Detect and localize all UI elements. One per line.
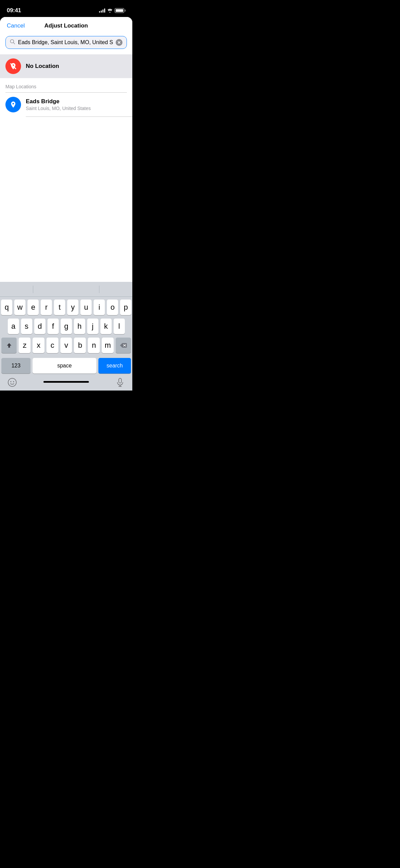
- keyboard-row-2: a s d f g h j k l: [1, 319, 131, 334]
- toolbar-divider-right: [99, 286, 99, 293]
- key-h[interactable]: h: [74, 319, 85, 334]
- status-icons: 100: [99, 8, 126, 13]
- emoji-mic-row: [0, 375, 132, 391]
- key-n[interactable]: n: [88, 338, 100, 353]
- svg-point-11: [11, 381, 12, 382]
- no-location-icon: [5, 58, 21, 74]
- status-bar: 09:41 100: [0, 0, 132, 17]
- toolbar-divider-left: [33, 286, 33, 293]
- svg-point-10: [8, 378, 16, 386]
- key-d[interactable]: d: [34, 319, 45, 334]
- key-t[interactable]: t: [54, 300, 65, 315]
- key-e[interactable]: e: [27, 300, 39, 315]
- key-q[interactable]: q: [1, 300, 12, 315]
- svg-rect-13: [119, 378, 121, 383]
- svg-line-1: [14, 43, 15, 44]
- search-icon: [10, 39, 15, 46]
- section-title: Map Locations: [5, 84, 36, 89]
- location-subtitle: Saint Louis, MO, United States: [26, 106, 127, 111]
- signal-icon: [99, 8, 105, 13]
- number-key[interactable]: 123: [1, 358, 31, 374]
- clear-search-button[interactable]: [116, 39, 122, 46]
- location-info: Eads Bridge Saint Louis, MO, United Stat…: [26, 98, 127, 111]
- key-m[interactable]: m: [102, 338, 114, 353]
- shift-key[interactable]: [1, 338, 17, 353]
- key-a[interactable]: a: [8, 319, 19, 334]
- no-location-label: No Location: [26, 63, 59, 70]
- keyboard-rows: q w e r t y u i o p a s d f g h j k l: [0, 297, 132, 358]
- svg-point-7: [13, 103, 14, 105]
- keyboard-row-3: z x c v b n m: [1, 338, 131, 353]
- microphone-button[interactable]: [115, 377, 126, 388]
- wifi-icon: [107, 8, 113, 13]
- key-v[interactable]: v: [60, 338, 72, 353]
- key-w[interactable]: w: [14, 300, 25, 315]
- status-time: 09:41: [7, 7, 21, 14]
- map-locations-section-header: Map Locations: [0, 78, 132, 92]
- search-bar[interactable]: [5, 36, 127, 49]
- key-l[interactable]: l: [114, 319, 125, 334]
- key-x[interactable]: x: [33, 338, 44, 353]
- key-r[interactable]: r: [41, 300, 52, 315]
- key-y[interactable]: y: [67, 300, 78, 315]
- no-location-row[interactable]: No Location: [0, 54, 132, 78]
- key-c[interactable]: c: [46, 338, 58, 353]
- location-name: Eads Bridge: [26, 98, 127, 105]
- svg-point-12: [13, 381, 14, 382]
- keyboard-row-1: q w e r t y u i o p: [1, 300, 131, 315]
- keyboard-toolbar: [0, 282, 132, 297]
- keyboard-area: q w e r t y u i o p a s d f g h j k l: [0, 282, 132, 391]
- home-indicator: [43, 381, 89, 383]
- key-o[interactable]: o: [107, 300, 118, 315]
- emoji-button[interactable]: [7, 377, 18, 388]
- space-key[interactable]: space: [33, 358, 96, 374]
- key-u[interactable]: u: [80, 300, 92, 315]
- key-j[interactable]: j: [87, 319, 98, 334]
- search-container: [0, 33, 132, 54]
- key-s[interactable]: s: [21, 319, 32, 334]
- page-title: Adjust Location: [44, 22, 88, 29]
- key-b[interactable]: b: [74, 338, 86, 353]
- key-f[interactable]: f: [47, 319, 59, 334]
- location-result-row[interactable]: Eads Bridge Saint Louis, MO, United Stat…: [0, 93, 132, 116]
- search-key[interactable]: search: [98, 358, 131, 374]
- empty-area: [0, 117, 132, 185]
- location-search-input[interactable]: [18, 39, 113, 46]
- key-z[interactable]: z: [19, 338, 31, 353]
- main-content: Cancel Adjust Location: [0, 17, 132, 282]
- key-p[interactable]: p: [120, 300, 131, 315]
- cancel-button[interactable]: Cancel: [7, 22, 25, 29]
- keyboard-bottom-row: 123 space search: [0, 358, 132, 375]
- key-k[interactable]: k: [100, 319, 112, 334]
- delete-key[interactable]: [116, 338, 131, 353]
- battery-icon: 100: [115, 8, 126, 13]
- key-i[interactable]: i: [94, 300, 105, 315]
- location-pin-icon: [5, 97, 21, 112]
- key-g[interactable]: g: [61, 319, 72, 334]
- nav-header: Cancel Adjust Location: [0, 17, 132, 33]
